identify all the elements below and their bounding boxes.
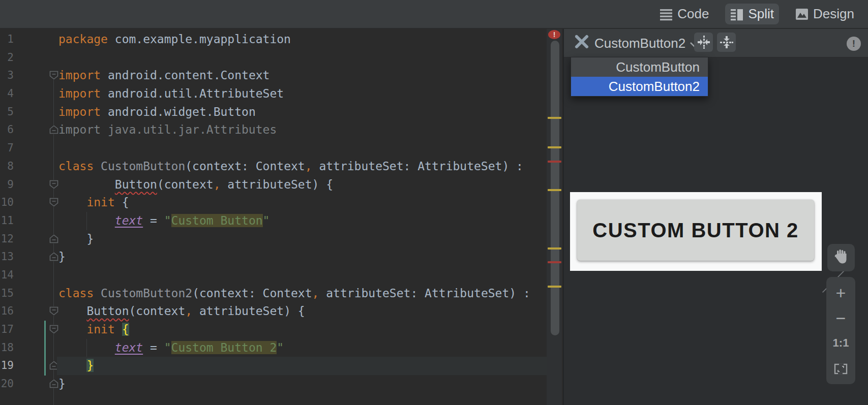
resize-handle[interactable]: [837, 270, 845, 277]
gutter-row: 6: [0, 121, 58, 139]
code-line[interactable]: text = "Custom Button": [57, 212, 547, 230]
line-number[interactable]: 10: [1, 194, 14, 212]
line-number[interactable]: 5: [7, 103, 14, 121]
code-line[interactable]: class CustomButton2(context: Context, at…: [57, 285, 547, 303]
code-line[interactable]: Button(context, attributeSet) {: [57, 176, 547, 194]
code-token: Button: [86, 304, 129, 318]
line-number[interactable]: 6: [7, 121, 14, 139]
line-number[interactable]: 20: [1, 375, 14, 393]
line-number[interactable]: 17: [1, 321, 14, 339]
preview-class-popup: CustomButtonCustomButton2: [571, 57, 708, 97]
code-line[interactable]: }: [57, 375, 547, 393]
warning-stripe-mark[interactable]: [548, 189, 561, 191]
code-line[interactable]: }: [57, 248, 547, 266]
line-number[interactable]: 11: [1, 212, 14, 230]
line-number[interactable]: 7: [7, 139, 14, 158]
code-line[interactable]: Button(context, attributeSet) {: [57, 302, 547, 321]
code-editor[interactable]: 1234567891011121314151617181920 package …: [0, 29, 563, 405]
error-stripe-mark[interactable]: [548, 161, 561, 163]
code-line[interactable]: init {: [57, 321, 547, 339]
gutter-row: 3: [0, 67, 58, 85]
line-number[interactable]: 13: [1, 248, 14, 266]
zoom-to-fit-button[interactable]: [826, 361, 855, 376]
code-line[interactable]: init {: [57, 194, 547, 212]
gutter-row: 11: [0, 212, 58, 230]
code-token: class: [58, 160, 94, 173]
shrink-horizontal-button[interactable]: [694, 33, 713, 52]
code-token: ": [277, 341, 284, 354]
code-line[interactable]: package com.example.myapplication: [57, 30, 547, 49]
code-token: [58, 341, 115, 354]
custom-button-preview[interactable]: CUSTOM BUTTON 2: [577, 200, 814, 261]
code-token: [58, 178, 115, 191]
line-number[interactable]: 16: [1, 302, 14, 321]
line-number[interactable]: 12: [1, 230, 14, 248]
warning-stripe-mark[interactable]: [548, 247, 561, 250]
code-token: ,: [312, 287, 319, 300]
code-token: import: [58, 105, 101, 118]
inspection-error-badge[interactable]: !: [548, 30, 560, 39]
tab-code[interactable]: Code: [654, 4, 714, 24]
popup-item-custombutton[interactable]: CustomButton: [571, 57, 708, 77]
code-token: }: [58, 232, 94, 245]
warning-stripe-mark[interactable]: [548, 117, 561, 119]
gutter-row: 20: [0, 375, 58, 393]
code-token: [58, 214, 115, 227]
gutter-row: 1: [0, 30, 58, 49]
line-number[interactable]: 14: [1, 266, 14, 285]
zoom-in-button[interactable]: +: [826, 285, 855, 300]
line-number[interactable]: 8: [7, 158, 14, 176]
code-token: }: [86, 359, 94, 372]
code-line[interactable]: [57, 139, 547, 158]
shrink-vertical-button[interactable]: [717, 33, 736, 52]
zoom-actual-size-button[interactable]: 1:1: [826, 335, 855, 351]
popup-item-custombutton2[interactable]: CustomButton2: [571, 77, 708, 96]
code-line[interactable]: }: [57, 230, 547, 248]
code-line[interactable]: class CustomButton(context: Context, att…: [57, 158, 547, 176]
code-token: CustomButton: [94, 160, 185, 173]
code-token: package: [58, 33, 108, 46]
editor-scrollbar-thumb[interactable]: [551, 41, 559, 335]
preview-canvas[interactable]: CUSTOM BUTTON 2: [570, 192, 822, 271]
warning-stripe-mark[interactable]: [548, 146, 561, 148]
tab-design[interactable]: Design: [790, 4, 859, 24]
code-line[interactable]: }: [57, 357, 547, 375]
zoom-out-button[interactable]: −: [826, 310, 855, 326]
line-number[interactable]: 2: [7, 49, 14, 67]
code-line[interactable]: [57, 49, 547, 67]
code-token: [58, 304, 86, 318]
line-number[interactable]: 9: [7, 176, 14, 194]
line-number[interactable]: 4: [7, 85, 14, 103]
code-token: (context: [157, 178, 214, 191]
code-line[interactable]: text = "Custom Button 2": [57, 339, 547, 357]
preview-class-dropdown[interactable]: CustomButton2: [573, 33, 699, 53]
gutter-row: 8: [0, 158, 58, 176]
line-number[interactable]: 1: [7, 30, 14, 49]
code-token: android.widget.Button: [101, 105, 256, 118]
code-token: init: [86, 196, 114, 209]
gutter-row: 7: [0, 139, 58, 158]
code-line[interactable]: import android.util.AttributeSet: [57, 85, 547, 103]
design-icon: [795, 8, 809, 21]
gutter-row: 10: [0, 194, 58, 212]
line-number[interactable]: 3: [7, 67, 14, 85]
warning-stripe-mark[interactable]: [548, 286, 561, 288]
tab-code-label: Code: [677, 6, 709, 22]
pan-tool-button[interactable]: [827, 244, 855, 271]
line-number[interactable]: 15: [1, 285, 14, 303]
gutter-row: 2: [0, 49, 58, 67]
tab-split[interactable]: Split: [725, 4, 779, 24]
code-token: ,: [185, 304, 192, 318]
error-stripe-mark[interactable]: [548, 261, 561, 263]
code-line[interactable]: import android.content.Context: [57, 67, 547, 85]
code-token: android.util.AttributeSet: [101, 87, 284, 100]
line-number[interactable]: 18: [1, 339, 14, 357]
line-number[interactable]: 19: [1, 357, 14, 375]
code-token: [58, 359, 86, 372]
code-lines[interactable]: package com.example.myapplicationimport …: [57, 30, 547, 393]
tab-design-label: Design: [813, 6, 854, 22]
preview-warning-badge[interactable]: !: [847, 37, 861, 51]
code-line[interactable]: [57, 266, 547, 285]
code-line[interactable]: import android.widget.Button: [57, 103, 547, 121]
code-line[interactable]: import java.util.jar.Attributes: [57, 121, 547, 139]
